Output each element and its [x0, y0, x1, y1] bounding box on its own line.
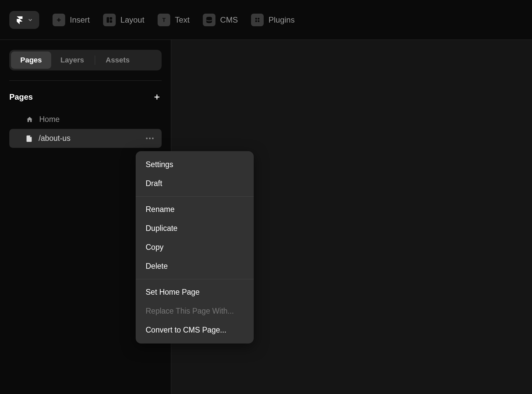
main-area: Pages Layers Assets Pages Home /about-us	[0, 40, 532, 394]
framer-logo-icon	[15, 16, 24, 24]
menu-item-convert-cms[interactable]: Convert to CMS Page...	[136, 321, 254, 340]
svg-point-6	[255, 18, 257, 20]
dot-icon	[149, 138, 151, 139]
cms-label: CMS	[220, 15, 238, 25]
page-item-about-us[interactable]: /about-us	[9, 129, 162, 148]
plugins-label: Plugins	[268, 15, 295, 25]
svg-rect-2	[110, 17, 112, 19]
database-icon	[203, 14, 215, 26]
page-label: /about-us	[39, 134, 70, 143]
pages-section-header: Pages	[9, 92, 162, 102]
svg-rect-1	[107, 17, 109, 23]
plus-icon	[153, 93, 161, 101]
menu-item-rename[interactable]: Rename	[136, 200, 254, 219]
tab-layers[interactable]: Layers	[51, 51, 93, 69]
dot-icon	[152, 138, 154, 139]
svg-rect-3	[110, 20, 112, 22]
menu-item-copy[interactable]: Copy	[136, 238, 254, 257]
page-item-home[interactable]: Home	[9, 110, 162, 129]
top-toolbar: Insert Layout T Text CMS Plugins	[0, 0, 532, 40]
sidebar-tabs: Pages Layers Assets	[9, 50, 162, 70]
text-tool-button[interactable]: T Text	[158, 14, 190, 26]
plus-box-icon	[53, 14, 65, 26]
insert-label: Insert	[70, 15, 90, 25]
chevron-down-icon	[27, 17, 33, 23]
page-more-button[interactable]	[146, 138, 154, 139]
divider	[9, 80, 162, 81]
page-label: Home	[39, 115, 60, 124]
text-icon: T	[158, 14, 170, 26]
svg-point-8	[255, 20, 257, 22]
cms-tool-button[interactable]: CMS	[203, 14, 238, 26]
menu-item-settings[interactable]: Settings	[136, 155, 254, 174]
menu-item-replace[interactable]: Replace This Page With...	[136, 302, 254, 321]
menu-item-draft[interactable]: Draft	[136, 174, 254, 193]
page-context-menu: Settings Draft Rename Duplicate Copy Del…	[136, 151, 254, 344]
plugins-icon	[251, 14, 264, 26]
svg-point-9	[258, 20, 260, 22]
svg-point-7	[258, 18, 260, 20]
insert-tool-button[interactable]: Insert	[53, 14, 90, 26]
menu-divider	[136, 196, 254, 197]
tab-divider	[95, 55, 95, 65]
pages-title: Pages	[9, 92, 33, 102]
text-label: Text	[175, 15, 190, 25]
plugins-tool-button[interactable]: Plugins	[251, 14, 295, 26]
menu-item-delete[interactable]: Delete	[136, 257, 254, 276]
menu-item-set-home[interactable]: Set Home Page	[136, 283, 254, 302]
add-page-button[interactable]	[152, 92, 162, 102]
layout-tool-button[interactable]: Layout	[103, 14, 144, 26]
layout-icon	[103, 14, 116, 26]
home-icon	[26, 116, 33, 123]
app-menu-button[interactable]	[9, 11, 39, 29]
menu-item-duplicate[interactable]: Duplicate	[136, 219, 254, 238]
tab-assets[interactable]: Assets	[96, 51, 139, 69]
tab-pages[interactable]: Pages	[11, 51, 51, 69]
page-icon	[26, 135, 33, 142]
dot-icon	[146, 138, 148, 139]
svg-text:T: T	[162, 17, 166, 23]
menu-divider	[136, 279, 254, 279]
layout-label: Layout	[120, 15, 144, 25]
